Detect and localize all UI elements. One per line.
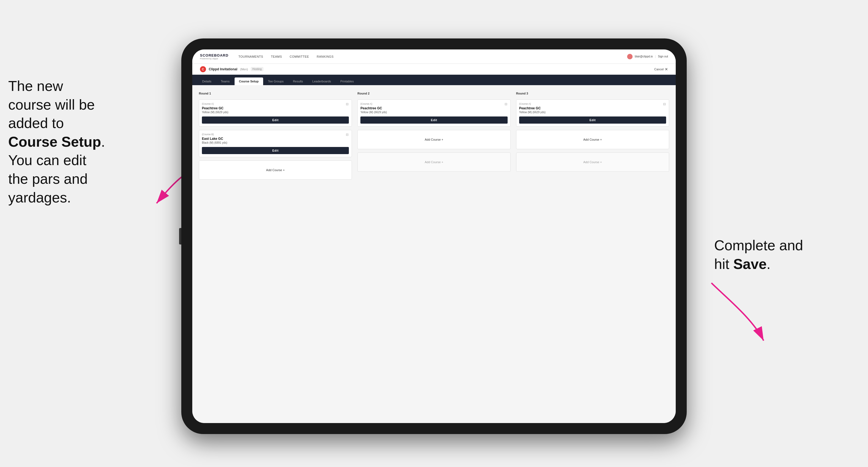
right-annotation-line2-normal: hit — [714, 256, 733, 272]
annotation-line3: added to — [8, 115, 64, 131]
round2-course-a-badge: (Course A) — [361, 102, 507, 105]
tab-printables[interactable]: Printables — [336, 77, 358, 85]
top-nav: SCOREBOARD Powered by clippd TOURNAMENTS… — [192, 50, 676, 64]
hosting-badge: Hosting — [251, 67, 264, 71]
round-1-column: Round 1 ⊟ (Course A) Peachtree GC Yellow… — [199, 92, 352, 180]
delete-icon-r1b[interactable]: ⊟ — [345, 132, 349, 137]
annotation-period: . — [101, 134, 105, 150]
tournament-gender: (Men) — [240, 68, 248, 71]
round1-add-course-button[interactable]: Add Course + — [199, 160, 352, 180]
round2-course-a-edit-button[interactable]: Edit — [361, 117, 507, 124]
round2-add-course-button[interactable]: Add Course + — [358, 130, 510, 149]
sign-out-link[interactable]: Sign out — [658, 55, 668, 58]
round1-add-course-label: Add Course + — [266, 168, 285, 172]
round1-course-a-badge: (Course A) — [202, 102, 349, 105]
round2-add-plus-disabled-icon: + — [441, 160, 443, 164]
round3-add-course-disabled-label: Add Course + — [583, 160, 602, 164]
scoreboard-logo: SCOREBOARD Powered by clippd — [200, 53, 228, 60]
round1-course-b-card: ⊟ (Course B) East Lake GC Black (M) (689… — [199, 130, 352, 157]
tournament-info: C Clippd Invitational (Men) Hosting — [200, 66, 264, 72]
round2-add-plus-icon: + — [441, 138, 443, 141]
tournament-name: Clippd Invitational — [209, 67, 237, 71]
logo-title: SCOREBOARD — [200, 53, 228, 57]
nav-rankings[interactable]: RANKINGS — [317, 54, 334, 59]
tablet-screen: SCOREBOARD Powered by clippd TOURNAMENTS… — [192, 50, 676, 423]
right-annotation-line1: Complete and — [714, 237, 803, 253]
logo-subtitle: Powered by clippd — [200, 57, 228, 60]
nav-teams[interactable]: TEAMS — [271, 54, 282, 59]
round3-course-a-name: Peachtree GC — [519, 106, 666, 110]
cancel-x-icon: ✕ — [665, 67, 668, 71]
delete-icon-r1a[interactable]: ⊟ — [345, 102, 349, 106]
round3-add-course-disabled: Add Course + — [516, 152, 669, 172]
tab-course-setup[interactable]: Course Setup — [235, 77, 263, 85]
round3-add-plus-disabled-icon: + — [600, 160, 602, 164]
right-annotation-period: . — [767, 256, 771, 272]
main-content: Round 1 ⊟ (Course A) Peachtree GC Yellow… — [192, 85, 676, 423]
left-annotation: The new course will be added to Course S… — [8, 77, 167, 207]
round2-course-a-card: ⊟ (Course A) Peachtree GC Yellow (M) (66… — [358, 99, 510, 127]
cancel-button[interactable]: Cancel ✕ — [654, 67, 668, 71]
annotation-line4-bold: Course Setup — [8, 134, 101, 150]
round1-course-a-edit-button[interactable]: Edit — [202, 117, 349, 124]
annotation-line1: The new — [8, 78, 63, 94]
nav-right: blair@clippd.io | Sign out — [627, 54, 668, 59]
round1-course-b-badge: (Course B) — [202, 133, 349, 136]
tab-tee-groups[interactable]: Tee Groups — [264, 77, 288, 85]
round3-course-a-badge: (Course A) — [519, 102, 666, 105]
right-annotation: Complete and hit Save. — [714, 236, 846, 273]
round3-add-course-label: Add Course + — [583, 138, 602, 141]
tournament-logo: C — [200, 66, 206, 72]
tablet-side-button — [179, 228, 181, 245]
tab-details[interactable]: Details — [198, 77, 216, 85]
cancel-label: Cancel — [654, 68, 663, 71]
round1-course-a-name: Peachtree GC — [202, 106, 349, 110]
nav-committee[interactable]: COMMITTEE — [290, 54, 309, 59]
round1-course-a-tee: Yellow (M) (6629 yds) — [202, 111, 349, 114]
nav-separator: | — [655, 55, 656, 58]
delete-icon-r2a[interactable]: ⊟ — [504, 102, 508, 106]
round-3-label: Round 3 — [516, 92, 669, 95]
annotation-line5: You can edit — [8, 152, 86, 168]
round2-add-course-disabled: Add Course + — [358, 152, 510, 172]
annotation-line7: yardages. — [8, 190, 71, 206]
round3-add-course-button[interactable]: Add Course + — [516, 130, 669, 149]
arrow-right — [703, 280, 769, 346]
main-nav: TOURNAMENTS TEAMS COMMITTEE RANKINGS — [239, 54, 627, 59]
rounds-grid: Round 1 ⊟ (Course A) Peachtree GC Yellow… — [199, 92, 669, 180]
round1-add-plus-icon: + — [283, 168, 285, 172]
tab-teams[interactable]: Teams — [216, 77, 234, 85]
tab-leaderboards[interactable]: Leaderboards — [308, 77, 335, 85]
tournament-bar: C Clippd Invitational (Men) Hosting Canc… — [192, 64, 676, 75]
round-1-label: Round 1 — [199, 92, 352, 95]
tab-bar: Details Teams Course Setup Tee Groups Re… — [192, 75, 676, 85]
round1-course-a-card: ⊟ (Course A) Peachtree GC Yellow (M) (66… — [199, 99, 352, 127]
round3-course-a-card: ⊟ (Course A) Peachtree GC Yellow (M) (66… — [516, 99, 669, 127]
round1-course-b-edit-button[interactable]: Edit — [202, 147, 349, 154]
user-email: blair@clippd.io — [635, 55, 653, 58]
round1-course-b-name: East Lake GC — [202, 137, 349, 141]
avatar — [627, 54, 632, 59]
round3-add-plus-icon: + — [600, 138, 602, 141]
round2-course-a-name: Peachtree GC — [361, 106, 507, 110]
round3-course-a-edit-button[interactable]: Edit — [519, 117, 666, 124]
round2-course-a-tee: Yellow (M) (6629 yds) — [361, 111, 507, 114]
round-2-column: Round 2 ⊟ (Course A) Peachtree GC Yellow… — [358, 92, 510, 180]
round3-course-a-tee: Yellow (M) (6629 yds) — [519, 111, 666, 114]
round-3-column: Round 3 ⊟ (Course A) Peachtree GC Yellow… — [516, 92, 669, 180]
delete-icon-r3a[interactable]: ⊟ — [662, 102, 666, 106]
round1-course-b-tee: Black (M) (6891 yds) — [202, 141, 349, 144]
nav-tournaments[interactable]: TOURNAMENTS — [239, 54, 263, 59]
round2-add-course-label: Add Course + — [425, 138, 443, 141]
tablet-frame: SCOREBOARD Powered by clippd TOURNAMENTS… — [181, 38, 687, 434]
right-annotation-line2-bold: Save — [733, 256, 766, 272]
annotation-line2: course will be — [8, 97, 95, 113]
round2-add-course-disabled-label: Add Course + — [425, 160, 443, 164]
tab-results[interactable]: Results — [288, 77, 307, 85]
round-2-label: Round 2 — [358, 92, 510, 95]
annotation-line6: the pars and — [8, 171, 88, 187]
